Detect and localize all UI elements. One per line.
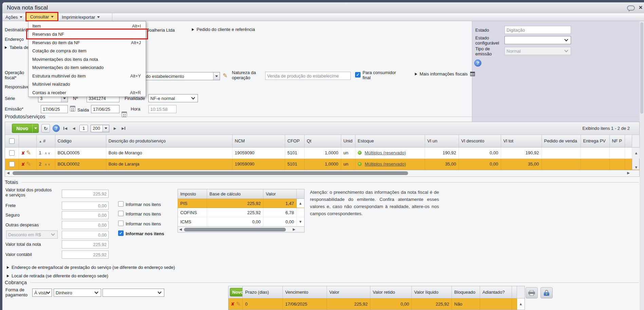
novo-item-button[interactable]: Novo <box>12 124 39 133</box>
impostos-hscrollbar[interactable]: ◀ ▶ <box>178 226 304 232</box>
seguro-input[interactable]: 0,00 <box>62 211 109 219</box>
scroll-left-icon[interactable]: ◀ <box>7 171 10 175</box>
scroll-left-icon[interactable]: ◀ <box>179 227 182 231</box>
scroll-down-icon[interactable]: ▼ <box>634 165 638 169</box>
delete-icon[interactable]: ✘ <box>231 302 235 306</box>
menu-item-movimentacoes-item-selecionado[interactable]: Movimentações do item selecionado <box>29 64 146 72</box>
dropdown-icon[interactable] <box>32 124 38 133</box>
col-entrega-pv[interactable]: Entrega PV <box>581 135 609 147</box>
col-prazo[interactable]: Prazo (dias) <box>243 286 283 298</box>
col-estoque[interactable]: Estoque <box>355 135 425 147</box>
select-all-checkbox[interactable] <box>9 138 15 144</box>
imposto-row[interactable]: ICMS 0,00 0,00 ▼ <box>178 217 304 226</box>
col-ncm[interactable]: NCM <box>232 135 285 147</box>
col-bloqueado[interactable]: Bloqueado <box>452 286 480 298</box>
hscrollbar-thumb[interactable] <box>13 171 408 175</box>
produtos-hscrollbar[interactable]: ◀ ▶ <box>5 170 639 176</box>
col-pedido-venda[interactable]: Pedido de venda <box>541 135 581 147</box>
delete-icon[interactable]: ✘ <box>21 151 25 156</box>
col-cfop[interactable]: CFOP <box>285 135 304 147</box>
local-retirada-link[interactable]: Local de retirada (se diferente do ender… <box>7 273 108 278</box>
estado-configuravel-select[interactable] <box>504 36 571 44</box>
first-page-button[interactable]: ◀ <box>62 125 68 132</box>
edit-icon[interactable]: ✎ <box>236 301 241 307</box>
col-descricao[interactable]: Descrição do produto/serviço <box>106 135 232 147</box>
consumidor-final-checkbox[interactable]: ✓ <box>355 72 361 78</box>
comments-icon[interactable] <box>627 5 635 11</box>
frete-input[interactable]: 0,00 <box>62 202 109 210</box>
calendar-icon[interactable] <box>70 106 75 111</box>
col-vl-un[interactable]: Vl un <box>425 135 459 147</box>
menu-item-reservas-item-nf[interactable]: Reservas do item da NFAlt+J <box>29 38 146 47</box>
col-vencimento[interactable]: Vencimento <box>283 286 327 298</box>
parcelamento-select[interactable]: À vista <box>32 289 52 297</box>
estado-input[interactable]: Digitação <box>504 26 571 34</box>
estoque-link[interactable]: Múltiplos (reservado) <box>365 150 406 155</box>
row-checkbox[interactable] <box>9 150 15 156</box>
col-imposto[interactable]: Imposto <box>178 189 207 199</box>
scroll-down-icon[interactable]: ▼ <box>299 220 302 224</box>
outras-informar-checkbox[interactable] <box>118 221 124 226</box>
menu-consultar[interactable]: Consultar <box>25 12 58 21</box>
emissao-input[interactable]: 17/06/25 <box>41 105 68 113</box>
col-valor-liquido[interactable]: Valor líquido <box>412 286 452 298</box>
pedido-cliente-link[interactable]: Pedido do cliente e referência <box>192 27 255 32</box>
imposto-row-selected[interactable]: PIS 225,92 1,47 ▲ <box>178 199 304 208</box>
col-vl-desconto[interactable]: Vl desconto <box>459 135 501 147</box>
menu-item-cotacao-compra[interactable]: Cotação de compra do item <box>29 47 146 55</box>
seguro-informar-checkbox[interactable] <box>118 211 124 216</box>
hscrollbar-thumb[interactable] <box>184 228 286 231</box>
menu-item-movimentacoes-itens[interactable]: Movimentações dos itens da nota <box>29 55 146 64</box>
menu-item-estrutura-multinivel[interactable]: Estrutura multinível do itemAlt+Y <box>29 72 146 80</box>
delete-icon[interactable]: ✘ <box>21 162 25 167</box>
edit-icon[interactable]: ✎ <box>26 161 31 167</box>
saida-input[interactable]: 17/06/25 <box>91 105 119 113</box>
col-valor-retido[interactable]: Valor retido <box>370 286 412 298</box>
endereco-entrega-link[interactable]: Endereço de entrega/local de prestação d… <box>7 265 175 270</box>
scroll-up-icon[interactable]: ▲ <box>519 302 523 306</box>
scroll-up-icon[interactable]: ▲ <box>299 202 302 205</box>
col-codigo[interactable]: Código <box>55 135 106 147</box>
col-valor[interactable]: Valor <box>263 189 297 199</box>
col-nf[interactable]: NF P <box>609 135 625 147</box>
scroll-right-icon[interactable]: ▶ <box>293 227 295 231</box>
novo-parcela-button[interactable]: Novo <box>230 288 243 296</box>
col-unid[interactable]: Unid <box>341 135 355 147</box>
mais-informacoes-link[interactable]: Mais informações fiscais <box>415 71 468 76</box>
print-button[interactable] <box>526 287 538 298</box>
condicao-pagamento-select[interactable] <box>103 289 164 297</box>
page-size-select[interactable]: 200 <box>91 125 109 132</box>
meio-pagamento-select[interactable]: Dinheiro <box>54 289 101 297</box>
last-page-button[interactable]: ▶ <box>121 125 126 132</box>
table-row[interactable]: ✘ ✎ 1 ∧∨ BOLO0005 Bolo de Morango 190590… <box>5 147 639 158</box>
table-row-selected[interactable]: ✘ ✎ 2 ∧∨ BOLO0002 Bolo de Laranja 190590… <box>5 158 639 170</box>
scroll-up-icon[interactable]: ▲ <box>634 151 638 155</box>
col-adiantado[interactable]: Adiantado? <box>480 286 512 298</box>
desconto-input[interactable]: 0,00 <box>62 231 109 239</box>
table-icon[interactable] <box>470 72 475 76</box>
page-number-input[interactable]: 1 <box>79 125 88 132</box>
reorder-icons[interactable]: ∧∨ <box>44 162 51 166</box>
menu-imprimir-exportar[interactable]: Imprimir/exportar <box>60 13 102 21</box>
natureza-operacao-input[interactable]: Venda de produção do estabelecime <box>265 72 351 80</box>
parcela-row-selected[interactable]: ✘ ✎ 0 17/06/2025 225,92 0,00 225,92 Não … <box>228 298 525 310</box>
col-base-calculo[interactable]: Base de cálculo <box>207 189 263 199</box>
menu-item-item[interactable]: ItemAlt+I <box>29 22 146 30</box>
help-icon[interactable]: ? <box>474 59 481 67</box>
sort-asc-icon[interactable]: ▲ <box>39 140 42 143</box>
edit-icon[interactable]: ✎ <box>26 150 31 156</box>
outras-despesas-input[interactable]: 0,00 <box>62 221 109 229</box>
desconto-informar-checkbox[interactable]: ✓ <box>118 230 124 236</box>
menu-item-multinivel-realizado[interactable]: Multinível realizado <box>29 80 146 89</box>
refresh-button[interactable]: ↻ <box>41 124 50 133</box>
lock-button[interactable] <box>540 287 553 298</box>
edit-icon[interactable]: ✎ <box>223 73 227 79</box>
imposto-row[interactable]: COFINS 225,92 6,78 <box>178 208 304 217</box>
window-scrollbar-thumb[interactable] <box>640 22 643 114</box>
col-num[interactable]: # <box>43 138 45 143</box>
frete-informar-checkbox[interactable] <box>118 201 124 207</box>
row-checkbox[interactable] <box>9 161 15 167</box>
help-icon[interactable]: ? <box>53 125 60 132</box>
menu-item-contas-receber[interactable]: Contas a receberAlt+R <box>29 88 146 97</box>
finalidade-select[interactable]: NF-e normal <box>148 94 198 102</box>
